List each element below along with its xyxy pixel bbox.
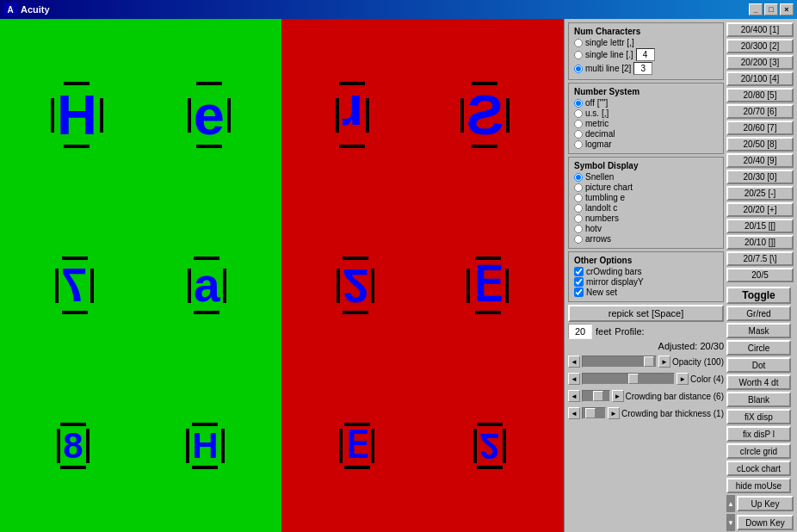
radio-metric-input[interactable] <box>574 120 583 128</box>
dot-button[interactable]: Dot <box>726 357 791 373</box>
right-bar <box>371 269 374 303</box>
clock-chart-button[interactable]: cLock chart <box>726 461 791 476</box>
radio-off[interactable]: off [""] <box>574 98 718 108</box>
radio-landolt[interactable]: landolt c <box>574 203 718 213</box>
opacity-right-arrow[interactable]: ► <box>658 356 670 368</box>
crowding-bars-row[interactable]: crOwding bars <box>574 267 718 276</box>
close-button[interactable]: × <box>780 3 794 15</box>
acuity-v12-btn[interactable]: 20/20 [+] <box>726 202 794 217</box>
radio-numbers[interactable]: numbers <box>574 213 718 223</box>
mirror-display-checkbox[interactable] <box>574 277 584 287</box>
circle-grid-button[interactable]: cIrcle grid <box>726 443 791 459</box>
radio-picture-input[interactable] <box>574 183 583 192</box>
circle-button[interactable]: Circle <box>726 340 791 356</box>
acuity-v9-btn[interactable]: 20/40 [9] <box>726 153 794 168</box>
radio-decimal[interactable]: decimal <box>574 129 718 139</box>
color-left-arrow[interactable]: ◄ <box>568 373 580 385</box>
down-key-button[interactable]: Down Key <box>737 515 794 530</box>
radio-hotv[interactable]: hotv <box>574 224 718 233</box>
acuity-v8-btn[interactable]: 20/50 [8] <box>726 137 794 152</box>
red-letter-S: S <box>460 82 510 148</box>
svg-text:A: A <box>7 5 13 15</box>
acuity-v5-btn[interactable]: 20/80 [5] <box>726 88 794 102</box>
crowding-bars-checkbox[interactable] <box>574 267 584 276</box>
radio-us-input[interactable] <box>574 109 583 118</box>
right-bar <box>366 98 369 133</box>
acuity-v14-btn[interactable]: 20/10 []] <box>726 235 794 250</box>
new-set-row[interactable]: New set <box>574 288 718 297</box>
toggle-button[interactable]: Toggle <box>726 287 791 304</box>
radio-metric[interactable]: metric <box>574 119 718 128</box>
crowding-thick-thumb[interactable] <box>585 408 596 418</box>
radio-snellen[interactable]: Snellen <box>574 172 718 182</box>
color-track[interactable] <box>582 373 675 385</box>
worth-4-dt-button[interactable]: Worth 4 dt <box>726 374 791 390</box>
crowding-thick-track[interactable] <box>582 407 606 419</box>
up-key-scroll[interactable]: ▲ <box>726 495 735 512</box>
acuity-v11-btn[interactable]: 20/25 [-] <box>726 186 794 201</box>
radio-single-line[interactable]: single line [.] <box>574 48 718 61</box>
acuity-v16-btn[interactable]: 20/5 <box>726 268 794 282</box>
minimize-button[interactable]: _ <box>749 3 763 15</box>
opacity-track[interactable] <box>582 356 657 368</box>
blank-button[interactable]: Blank <box>726 392 791 407</box>
radio-tumbling[interactable]: tumbling e <box>574 193 718 202</box>
opacity-left-arrow[interactable]: ◄ <box>568 356 580 368</box>
radio-multi-line-input[interactable] <box>574 65 583 73</box>
crowding-dist-thumb[interactable] <box>593 391 603 401</box>
mirror-display-row[interactable]: mirror displayY <box>574 277 718 287</box>
mask-button[interactable]: Mask <box>726 323 791 338</box>
acuity-v15-btn[interactable]: 20/7.5 [\] <box>726 251 794 266</box>
radio-off-input[interactable] <box>574 99 583 108</box>
fix-disp-button[interactable]: fiX disp <box>726 409 791 424</box>
hide-mouse-button[interactable]: hide moUse <box>726 478 791 493</box>
fix-disp2-button[interactable]: fix disP l <box>726 426 791 442</box>
radio-hotv-input[interactable] <box>574 225 583 233</box>
gr-red-button[interactable]: Gr/red <box>726 306 791 321</box>
radio-landolt-input[interactable] <box>574 204 583 213</box>
color-right-arrow[interactable]: ► <box>677 373 689 385</box>
acuity-v6-btn[interactable]: 20/70 [6] <box>726 104 794 119</box>
window-controls[interactable]: _ □ × <box>749 3 794 15</box>
radio-tumbling-input[interactable] <box>574 194 583 202</box>
single-line-value[interactable] <box>636 48 655 61</box>
number-system-section: Number System off [""] u.s. [,] metric <box>568 83 724 154</box>
radio-snellen-input[interactable] <box>574 173 583 182</box>
down-key-scroll[interactable]: ▼ <box>726 514 735 531</box>
radio-single-line-input[interactable] <box>574 51 583 59</box>
acuity-v2-btn[interactable]: 20/300 [2] <box>726 39 794 53</box>
radio-single-letter[interactable]: single lettr [,] <box>574 38 718 47</box>
radio-multi-line[interactable]: multi line [2] <box>574 62 718 75</box>
radio-decimal-input[interactable] <box>574 130 583 139</box>
repick-button[interactable]: repick set [Space] <box>568 305 724 322</box>
radio-logmar[interactable]: logmar <box>574 139 718 149</box>
radio-picture[interactable]: picture chart <box>574 182 718 192</box>
acuity-v10-btn[interactable]: 20/30 [0] <box>726 170 794 184</box>
crowding-thick-left-arrow[interactable]: ◄ <box>568 407 580 419</box>
color-thumb[interactable] <box>628 374 639 384</box>
crowding-dist-track[interactable] <box>582 390 610 402</box>
radio-us[interactable]: u.s. [,] <box>574 108 718 118</box>
acuity-v13-btn[interactable]: 20/15 [[] <box>726 219 794 233</box>
radio-arrows-input[interactable] <box>574 235 583 244</box>
maximize-button[interactable]: □ <box>764 3 778 15</box>
feet-input[interactable] <box>568 324 592 339</box>
radio-arrows[interactable]: arrows <box>574 234 718 244</box>
opacity-slider-row: ◄ ► Opacity (100) <box>568 356 724 368</box>
multi-line-value[interactable] <box>633 62 652 75</box>
crowding-dist-left-arrow[interactable]: ◄ <box>568 390 580 402</box>
radio-logmar-input[interactable] <box>574 140 583 149</box>
acuity-v7-btn[interactable]: 20/60 [7] <box>726 121 794 135</box>
radio-numbers-input[interactable] <box>574 214 583 223</box>
new-set-checkbox[interactable] <box>574 288 584 297</box>
right-bar <box>221 429 225 463</box>
acuity-v3-btn[interactable]: 20/200 [3] <box>726 55 794 70</box>
radio-single-letter-input[interactable] <box>574 39 583 47</box>
up-key-button[interactable]: Up Key <box>737 496 794 511</box>
opacity-thumb[interactable] <box>644 356 654 367</box>
crowding-dist-right-arrow[interactable]: ► <box>612 390 624 402</box>
acuity-v4-btn[interactable]: 20/100 [4] <box>726 71 794 86</box>
acuity-v1-btn[interactable]: 20/400 [1] <box>726 22 794 37</box>
radio-hotv-label: hotv <box>585 224 602 233</box>
crowding-thick-right-arrow[interactable]: ► <box>608 407 620 419</box>
